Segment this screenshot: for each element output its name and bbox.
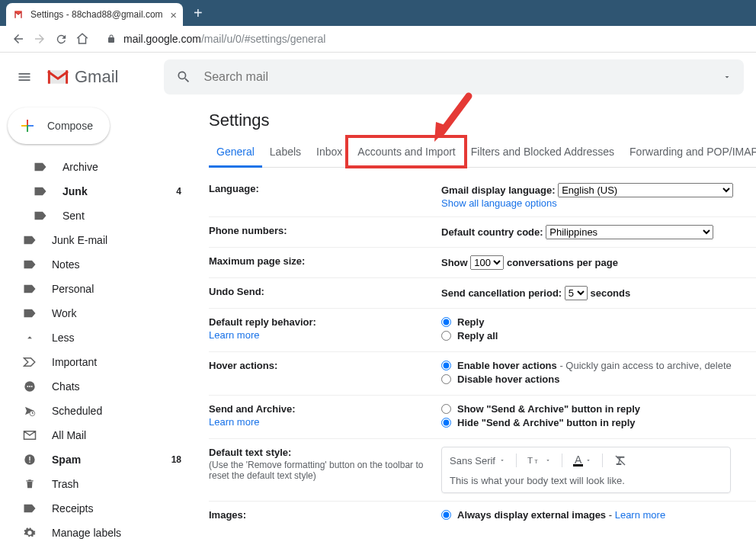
- sidebar-item-label: Receipts: [52, 502, 181, 515]
- sidebar-item-trash[interactable]: Trash: [0, 472, 195, 496]
- tab-filters-and-blocked-addresses[interactable]: Filters and Blocked Addresses: [463, 138, 622, 167]
- setting-label: Images:: [209, 509, 441, 523]
- language-select[interactable]: English (US): [558, 183, 733, 197]
- reply-all-option[interactable]: Reply all: [441, 330, 756, 341]
- tab-inbox[interactable]: Inbox: [309, 138, 350, 167]
- tab-general[interactable]: General: [209, 138, 262, 168]
- sidebar-item-label: Junk E-mail: [52, 234, 181, 246]
- sidebar-item-label: Notes: [52, 258, 181, 271]
- browser-tab[interactable]: Settings - 88chad88@gmail.com ×: [6, 3, 183, 26]
- compose-button[interactable]: Compose: [8, 107, 110, 144]
- show-all-languages-link[interactable]: Show all language options: [441, 197, 557, 209]
- svg-rect-7: [29, 462, 30, 463]
- label-icon: [21, 306, 38, 320]
- learn-more-link[interactable]: Learn more: [209, 329, 441, 341]
- gear-icon: [21, 526, 38, 540]
- setting-row-images: Images: Always display external images -…: [209, 502, 756, 531]
- home-button[interactable]: [72, 28, 93, 50]
- setting-row-page-size: Maximum page size: Show 100 conversation…: [209, 248, 756, 278]
- label-icon: [21, 258, 38, 271]
- browser-toolbar: mail.google.com/mail/u/0/#settings/gener…: [0, 26, 756, 53]
- sidebar-item-spam[interactable]: Spam18: [0, 447, 195, 472]
- sidebar-item-scheduled[interactable]: Scheduled: [0, 399, 195, 423]
- address-bar[interactable]: mail.google.com/mail/u/0/#settings/gener…: [101, 28, 748, 50]
- main-menu-button[interactable]: [12, 65, 37, 89]
- sidebar-item-label: Less: [52, 332, 181, 344]
- sidebar-item-label: Trash: [52, 478, 181, 490]
- gmail-favicon-icon: [12, 8, 24, 21]
- spam-icon: [21, 453, 38, 466]
- text-style-preview-box: Sans Serif TT A This is what your body t…: [441, 447, 731, 493]
- sidebar-item-label: All Mail: [52, 429, 181, 441]
- label-icon: [21, 502, 38, 515]
- sidebar-item-notes[interactable]: Notes: [0, 252, 195, 277]
- setting-row-language: Language: Gmail display language: Englis…: [209, 175, 756, 217]
- svg-rect-6: [29, 457, 30, 460]
- back-button[interactable]: [8, 28, 29, 50]
- sidebar-item-receipts[interactable]: Receipts: [0, 496, 195, 521]
- tab-labels[interactable]: Labels: [262, 138, 309, 167]
- sidebar-item-label: Manage labels: [52, 527, 181, 539]
- value-label: Default country code:: [441, 226, 543, 238]
- setting-row-hover: Hover actions: Enable hover actions - Qu…: [209, 352, 756, 396]
- font-size-button[interactable]: TT: [527, 455, 551, 466]
- chevron-down-icon: [585, 457, 591, 463]
- setting-row-undo: Undo Send: Send cancellation period: 5 s…: [209, 278, 756, 309]
- remove-formatting-button[interactable]: [613, 454, 627, 466]
- country-code-select[interactable]: Philippines: [546, 225, 713, 239]
- sidebar-item-chats[interactable]: Chats: [0, 374, 195, 399]
- sidebar-item-sent[interactable]: Sent: [0, 204, 195, 228]
- sidebar-item-label: Chats: [52, 380, 181, 393]
- reply-option[interactable]: Reply: [441, 316, 756, 328]
- setting-label: Phone numbers:: [209, 225, 441, 239]
- always-display-images-option[interactable]: Always display external images - Learn m…: [441, 509, 756, 521]
- app-header: Gmail: [0, 53, 756, 101]
- close-icon[interactable]: ×: [170, 8, 177, 21]
- disable-hover-option[interactable]: Disable hover actions: [441, 373, 756, 385]
- search-input[interactable]: [203, 70, 722, 84]
- show-send-archive-option[interactable]: Show "Send & Archive" button in reply: [441, 403, 756, 415]
- sidebar-item-personal[interactable]: Personal: [0, 277, 195, 301]
- hide-send-archive-option[interactable]: Hide "Send & Archive" button in reply: [441, 417, 756, 428]
- sidebar-item-all-mail[interactable]: All Mail: [0, 423, 195, 447]
- sidebar-item-work[interactable]: Work: [0, 301, 195, 325]
- text-color-button[interactable]: A: [573, 455, 591, 466]
- page-size-select[interactable]: 100: [470, 255, 504, 270]
- chevron-down-icon: [499, 457, 505, 463]
- sidebar-item-label: Archive: [62, 161, 181, 173]
- remove-formatting-icon: [613, 454, 627, 466]
- tab-forwarding-and-pop-imap[interactable]: Forwarding and POP/IMAP: [622, 138, 756, 167]
- setting-label: Undo Send:: [209, 286, 441, 300]
- sidebar-item-junk[interactable]: Junk4: [0, 179, 195, 204]
- tab-title: Settings - 88chad88@gmail.com: [30, 9, 167, 20]
- font-family-button[interactable]: Sans Serif: [450, 455, 505, 466]
- sidebar-item-junk-e-mail[interactable]: Junk E-mail: [0, 228, 195, 252]
- search-options-button[interactable]: [722, 72, 732, 82]
- new-tab-button[interactable]: +: [194, 5, 203, 22]
- gmail-logo[interactable]: Gmail: [46, 67, 118, 87]
- chevron-down-icon: [545, 457, 551, 463]
- reload-button[interactable]: [50, 28, 72, 50]
- sidebar-item-important[interactable]: Important: [0, 350, 195, 374]
- learn-more-link[interactable]: Learn more: [615, 509, 665, 521]
- search-bar[interactable]: [164, 59, 744, 95]
- sidebar-item-manage-labels[interactable]: Manage labels: [0, 521, 195, 545]
- label-icon: [32, 184, 49, 198]
- setting-label: Language:: [209, 183, 441, 209]
- product-name: Gmail: [75, 67, 118, 87]
- setting-row-reply: Default reply behavior: Learn more Reply…: [209, 309, 756, 352]
- setting-row-text-style: Default text style: (Use the 'Remove for…: [209, 439, 756, 502]
- undo-period-select[interactable]: 5: [565, 286, 588, 300]
- sidebar-item-less[interactable]: Less: [0, 325, 195, 350]
- sidebar-item-archive[interactable]: Archive: [0, 155, 195, 179]
- learn-more-link[interactable]: Learn more: [209, 416, 441, 428]
- sidebar-item-count: 18: [171, 454, 181, 465]
- trash-icon: [21, 477, 38, 491]
- enable-hover-option[interactable]: Enable hover actions - Quickly gain acce…: [441, 360, 756, 371]
- setting-row-send-archive: Send and Archive: Learn more Show "Send …: [209, 396, 756, 439]
- tab-accounts-and-import[interactable]: Accounts and Import: [350, 138, 463, 167]
- scheduled-icon: [21, 404, 38, 418]
- settings-content: Settings GeneralLabelsInboxAccounts and …: [195, 101, 756, 545]
- forward-button[interactable]: [29, 28, 50, 50]
- sidebar-item-label: Spam: [52, 454, 171, 466]
